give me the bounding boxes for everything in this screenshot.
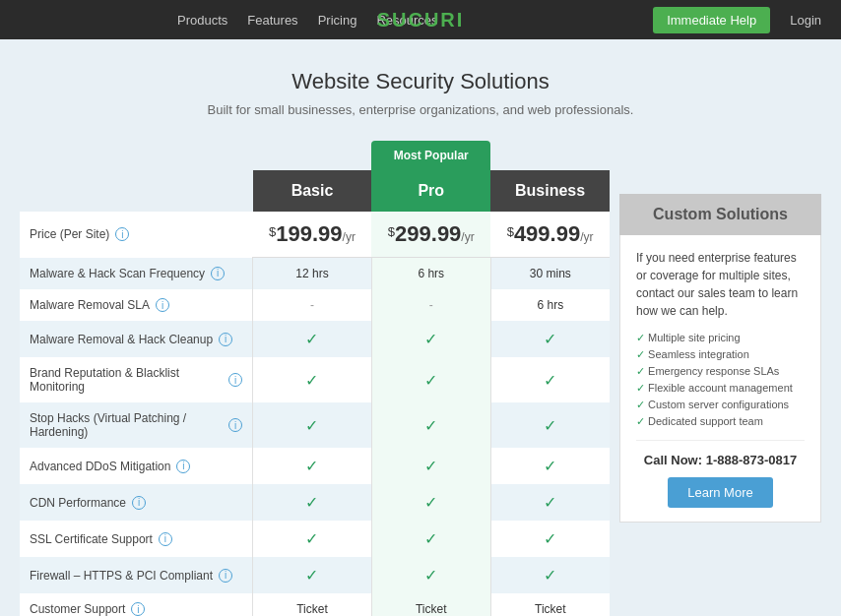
basic-value: ✓ xyxy=(253,484,372,521)
basic-spacer xyxy=(253,141,372,170)
basic-value: ✓ xyxy=(253,557,372,593)
most-popular-row: Most Popular xyxy=(20,141,610,170)
feature-label-cell: Advanced DDoS Mitigationi xyxy=(20,448,253,484)
business-value: ✓ xyxy=(490,557,610,593)
info-icon[interactable]: i xyxy=(176,460,190,473)
custom-header: Custom Solutions xyxy=(619,194,821,235)
nav-pricing[interactable]: Pricing xyxy=(318,13,357,28)
basic-value: ✓ xyxy=(253,357,372,402)
price-info-icon[interactable]: i xyxy=(115,227,129,241)
feature-label-cell: Firewall – HTTPS & PCI Complianti xyxy=(20,557,253,593)
info-icon[interactable]: i xyxy=(228,373,242,387)
nav-features[interactable]: Features xyxy=(247,13,297,28)
basic-value: ✓ xyxy=(253,521,372,557)
feature-col-header xyxy=(20,170,253,212)
main-content: Website Security Solutions Built for sma… xyxy=(0,39,841,616)
basic-price-amount: 199.99 xyxy=(276,221,342,246)
nav-right-links: Immediate Help Login xyxy=(653,7,821,33)
basic-value: Ticket xyxy=(253,593,372,616)
basic-value: - xyxy=(253,289,372,321)
business-value: ✓ xyxy=(490,521,610,557)
table-row: Firewall – HTTPS & PCI Complianti ✓ ✓ ✓ xyxy=(20,557,610,593)
pro-price-cell: $299.99/yr xyxy=(371,212,490,258)
feature-label-cell: Malware Removal SLAi xyxy=(20,289,253,321)
custom-panel-content: If you need enterprise features or cover… xyxy=(619,235,821,523)
login-button[interactable]: Login xyxy=(790,13,821,28)
pro-header: Pro xyxy=(371,170,490,212)
most-popular-cell: Most Popular xyxy=(371,141,490,170)
feature-text: Malware & Hack Scan Frequency xyxy=(30,267,205,280)
feature-label-cell: Customer Supporti xyxy=(20,593,253,616)
basic-header: Basic xyxy=(253,170,372,212)
navbar: Products Features Pricing Resources SUCU… xyxy=(0,0,841,39)
feature-label-cell: CDN Performancei xyxy=(20,484,253,521)
feature-text: Firewall – HTTPS & PCI Compliant xyxy=(30,569,213,583)
learn-more-button[interactable]: Learn More xyxy=(668,477,772,508)
page-subtitle: Built for small businesses, enterprise o… xyxy=(20,102,821,117)
nav-products[interactable]: Products xyxy=(177,13,227,28)
table-row: Customer Supporti Ticket Ticket Ticket xyxy=(20,593,610,616)
price-feature-label: Price (Per Site) i xyxy=(20,212,253,258)
basic-value: ✓ xyxy=(253,448,372,484)
basic-price-period: /yr xyxy=(343,230,356,244)
custom-feature-item: Dedicated support team xyxy=(636,415,805,428)
table-row: Stop Hacks (Virtual Patching / Hardening… xyxy=(20,402,610,448)
basic-price-cell: $199.99/yr xyxy=(253,212,372,258)
table-row: Advanced DDoS Mitigationi ✓ ✓ ✓ xyxy=(20,448,610,484)
info-icon[interactable]: i xyxy=(156,298,169,312)
pro-value: ✓ xyxy=(371,484,490,521)
pro-value: Ticket xyxy=(371,593,490,616)
pro-value: - xyxy=(371,289,490,321)
feature-text: Malware Removal & Hack Cleanup xyxy=(30,333,213,346)
feature-text: CDN Performance xyxy=(30,496,126,510)
custom-feature-item: Seamless integration xyxy=(636,348,805,361)
feature-text: Advanced DDoS Mitigation xyxy=(30,460,170,473)
info-icon[interactable]: i xyxy=(211,267,225,280)
custom-divider xyxy=(636,440,805,441)
custom-solutions-panel: Custom Solutions If you need enterprise … xyxy=(619,194,821,523)
feature-text: Malware Removal SLA xyxy=(30,298,150,312)
custom-feature-item: Multiple site pricing xyxy=(636,332,805,344)
feature-label-cell: Malware Removal & Hack Cleanupi xyxy=(20,321,253,357)
business-spacer xyxy=(490,141,610,170)
custom-features-list: Multiple site pricing Seamless integrati… xyxy=(636,332,805,428)
feature-label-cell: SSL Certificate Supporti xyxy=(20,521,253,557)
business-price-cell: $499.99/yr xyxy=(490,212,610,258)
pro-value: ✓ xyxy=(371,521,490,557)
pro-value: ✓ xyxy=(371,321,490,357)
pro-value: ✓ xyxy=(371,402,490,448)
business-value: ✓ xyxy=(490,484,610,521)
immediate-help-button[interactable]: Immediate Help xyxy=(653,7,770,33)
feature-text: Customer Support xyxy=(30,602,125,616)
pro-price-amount: 299.99 xyxy=(395,221,461,246)
info-icon[interactable]: i xyxy=(132,496,146,510)
table-row: Malware & Hack Scan Frequencyi 12 hrs 6 … xyxy=(20,258,610,290)
info-icon[interactable]: i xyxy=(131,602,145,616)
table-row: Brand Reputation & Blacklist Monitoringi… xyxy=(20,357,610,402)
info-icon[interactable]: i xyxy=(219,569,232,583)
price-row: Price (Per Site) i $199.99/yr $299.99/yr… xyxy=(20,212,610,258)
pro-price-sup: $ xyxy=(388,224,395,239)
info-icon[interactable]: i xyxy=(219,333,232,346)
feature-text: Stop Hacks (Virtual Patching / Hardening… xyxy=(30,411,223,439)
business-value: Ticket xyxy=(490,593,610,616)
custom-feature-item: Emergency response SLAs xyxy=(636,365,805,378)
plan-header-row: Basic Pro Business xyxy=(20,170,610,212)
business-price-period: /yr xyxy=(580,230,593,244)
table-row: CDN Performancei ✓ ✓ ✓ xyxy=(20,484,610,521)
most-popular-badge: Most Popular xyxy=(371,141,490,170)
business-value: ✓ xyxy=(490,321,610,357)
custom-description: If you need enterprise features or cover… xyxy=(636,249,805,320)
info-icon[interactable]: i xyxy=(159,532,172,546)
page-title: Website Security Solutions xyxy=(20,69,821,94)
feature-header-spacer xyxy=(20,141,253,170)
pro-value: ✓ xyxy=(371,448,490,484)
business-value: ✓ xyxy=(490,448,610,484)
feature-label-cell: Stop Hacks (Virtual Patching / Hardening… xyxy=(20,402,253,448)
business-value: 30 mins xyxy=(490,258,610,290)
custom-call-number: Call Now: 1-888-873-0817 xyxy=(636,453,805,467)
price-label-text: Price (Per Site) xyxy=(30,227,109,241)
basic-value: ✓ xyxy=(253,402,372,448)
info-icon[interactable]: i xyxy=(228,418,242,432)
business-header: Business xyxy=(490,170,610,212)
